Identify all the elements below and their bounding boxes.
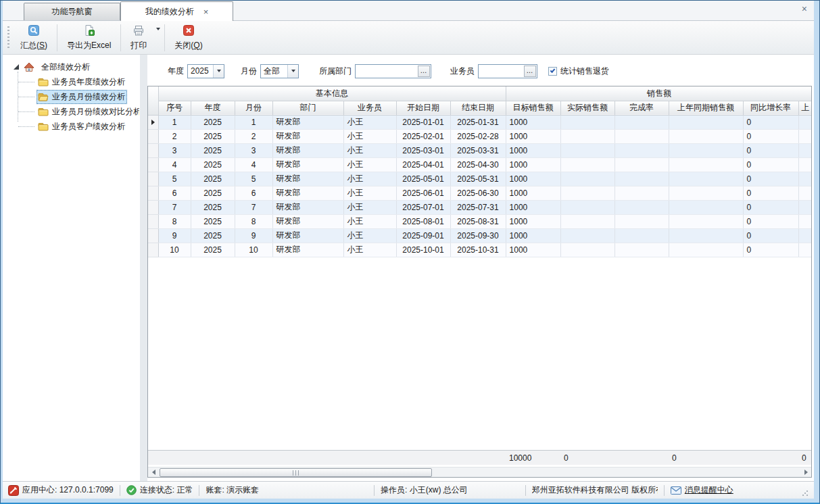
grid-cell[interactable] (560, 214, 614, 228)
month-select[interactable]: 全部 (260, 64, 299, 78)
grid-cell[interactable] (560, 157, 614, 172)
column-header[interactable]: 完成率 (614, 101, 669, 115)
chevron-down-icon[interactable] (213, 65, 224, 78)
grid-cell[interactable]: 8 (158, 214, 191, 228)
grid-cell[interactable] (798, 243, 812, 257)
grid-cell[interactable]: 1000 (506, 214, 560, 228)
grid-cell[interactable]: 小王 (343, 115, 396, 129)
grid-cell[interactable] (560, 172, 614, 186)
grid-cell[interactable] (614, 143, 669, 157)
grid-cell[interactable]: 5 (235, 172, 272, 186)
grid-cell[interactable]: 2025-07-31 (450, 200, 506, 214)
table-row[interactable]: 620256研发部小王2025-06-012025-06-3010000 (148, 186, 812, 200)
grid-cell[interactable]: 2025-01-31 (450, 115, 506, 129)
grid-cell[interactable]: 10 (158, 243, 191, 257)
grid-cell[interactable]: 2025-07-01 (396, 200, 450, 214)
grid-cell[interactable]: 5 (158, 172, 191, 186)
grid-cell[interactable]: 研发部 (272, 157, 343, 172)
row-header-cell[interactable] (148, 157, 158, 172)
tree-item[interactable]: 业务员月份绩效对比分析 (3, 104, 140, 119)
grid-cell[interactable] (798, 228, 812, 243)
grid-cell[interactable]: 8 (235, 214, 272, 228)
column-header[interactable]: 同比增长率 (743, 101, 798, 115)
grid-cell[interactable] (614, 157, 669, 172)
grid-cell[interactable]: 2025-10-01 (396, 243, 450, 257)
grid-cell[interactable]: 2025-05-01 (396, 172, 450, 186)
grid-cell[interactable]: 2025 (191, 129, 235, 143)
grid-cell[interactable]: 小王 (343, 228, 396, 243)
grid-cell[interactable]: 7 (158, 200, 191, 214)
grid-cell[interactable]: 0 (743, 214, 798, 228)
row-header-cell[interactable] (148, 172, 158, 186)
grid-cell[interactable]: 1 (158, 115, 191, 129)
grid-cell[interactable] (798, 172, 812, 186)
grid-cell[interactable]: 3 (158, 143, 191, 157)
grid-cell[interactable] (560, 115, 614, 129)
grid-cell[interactable]: 小王 (343, 186, 396, 200)
grid-cell[interactable] (560, 200, 614, 214)
grid-cell[interactable]: 1000 (506, 129, 560, 143)
column-header[interactable]: 序号 (158, 101, 191, 115)
grid-cell[interactable]: 小王 (343, 143, 396, 157)
grid-cell[interactable] (669, 115, 743, 129)
grid-cell[interactable] (614, 228, 669, 243)
column-header[interactable]: 部门 (272, 101, 343, 115)
grid-cell[interactable]: 2025 (191, 115, 235, 129)
tab-close-icon[interactable]: × (203, 7, 209, 16)
table-row[interactable]: 920259研发部小王2025-09-012025-09-3010000 (148, 228, 812, 243)
grid-cell[interactable]: 0 (743, 143, 798, 157)
grid-cell[interactable] (798, 214, 812, 228)
grid-cell[interactable]: 2025-08-31 (450, 214, 506, 228)
grid-cell[interactable]: 研发部 (272, 129, 343, 143)
grid-cell[interactable]: 小王 (343, 200, 396, 214)
grid-cell[interactable] (614, 243, 669, 257)
department-input[interactable] (356, 66, 418, 77)
grid-cell[interactable]: 小王 (343, 243, 396, 257)
grid-cell[interactable] (560, 228, 614, 243)
panel-splitter[interactable] (140, 55, 147, 481)
grid-cell[interactable]: 2025-02-28 (450, 129, 506, 143)
grid-cell[interactable] (560, 143, 614, 157)
grid-cell[interactable]: 6 (235, 186, 272, 200)
toolbar-drag-handle[interactable] (7, 26, 9, 49)
grid-cell[interactable]: 9 (158, 228, 191, 243)
chevron-down-icon[interactable] (287, 65, 298, 78)
grid-cell[interactable]: 2025 (191, 200, 235, 214)
row-header-cell[interactable] (148, 200, 158, 214)
grid-cell[interactable]: 2025 (191, 243, 235, 257)
print-button[interactable]: 打印 (124, 22, 158, 54)
grid-cell[interactable]: 0 (743, 129, 798, 143)
grid-cell[interactable]: 9 (235, 228, 272, 243)
grid-cell[interactable]: 研发部 (272, 143, 343, 157)
salesperson-picker-button[interactable]: … (524, 66, 536, 77)
table-row[interactable]: 420254研发部小王2025-04-012025-04-3010000 (148, 157, 812, 172)
column-header[interactable]: 业务员 (343, 101, 396, 115)
column-header[interactable]: 开始日期 (396, 101, 450, 115)
grid-cell[interactable]: 研发部 (272, 186, 343, 200)
grid-cell[interactable]: 2025-04-01 (396, 157, 450, 172)
scrollbar-thumb[interactable] (160, 468, 432, 477)
grid-cell[interactable] (798, 200, 812, 214)
grid-cell[interactable]: 2025-01-01 (396, 115, 450, 129)
grid-cell[interactable]: 2025-03-31 (450, 143, 506, 157)
close-button[interactable]: 关闭(Q) (168, 22, 209, 54)
grid-cell[interactable]: 研发部 (272, 200, 343, 214)
salesperson-input[interactable] (479, 66, 524, 77)
grid-cell[interactable]: 1000 (506, 172, 560, 186)
column-header[interactable]: 实际销售额 (560, 101, 614, 115)
table-row[interactable]: 520255研发部小王2025-05-012025-05-3110000 (148, 172, 812, 186)
column-header[interactable]: 结束日期 (450, 101, 506, 115)
message-center-link[interactable]: 消息提醒中心 (685, 484, 733, 496)
grid-cell[interactable] (669, 243, 743, 257)
grid-cell[interactable]: 0 (743, 172, 798, 186)
tab-my-performance-analysis[interactable]: 我的绩效分析 × (120, 1, 233, 21)
grid-cell[interactable]: 2025-10-31 (450, 243, 506, 257)
table-row[interactable]: 120251研发部小王2025-01-012025-01-3110000 (148, 115, 812, 129)
grid-cell[interactable]: 2025-05-31 (450, 172, 506, 186)
grid-cell[interactable] (798, 157, 812, 172)
row-header-cell[interactable] (148, 228, 158, 243)
grid-cell[interactable]: 2025-08-01 (396, 214, 450, 228)
grid-cell[interactable]: 2025-09-01 (396, 228, 450, 243)
grid-cell[interactable]: 0 (743, 228, 798, 243)
table-row[interactable]: 820258研发部小王2025-08-012025-08-3110000 (148, 214, 812, 228)
